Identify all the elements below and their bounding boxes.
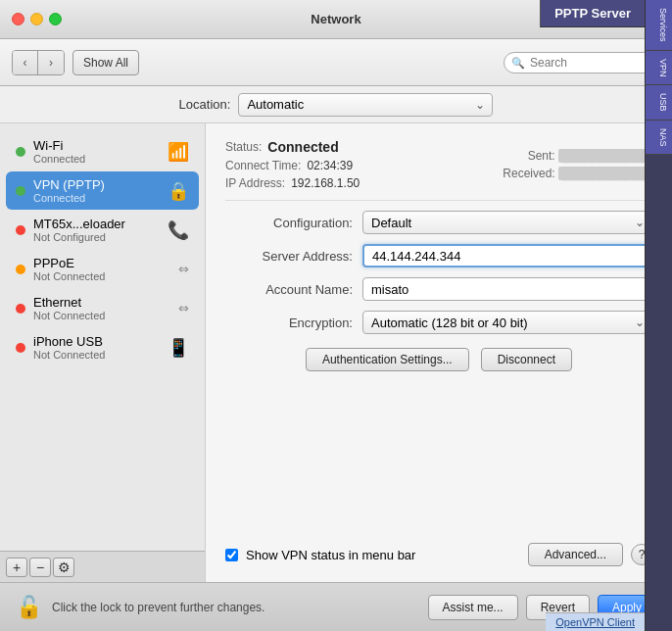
openvpn-client-link[interactable]: OpenVPN Client: [546, 612, 645, 631]
vpn-lock-icon: 🔒: [168, 180, 189, 202]
location-label: Location:: [179, 97, 231, 112]
received-value: ██████████: [558, 167, 652, 180]
pppoe-icon: ⇔: [178, 262, 189, 276]
toolbar: ‹ › Show All 🔍: [0, 39, 672, 86]
maximize-button[interactable]: [49, 13, 62, 25]
iphoneusb-status: Not Connected: [33, 349, 160, 361]
search-bar: 🔍: [504, 52, 660, 73]
ethernet-status: Not Connected: [33, 310, 170, 321]
sidebar-item-wifi[interactable]: Wi-Fi Connected 📶: [6, 132, 199, 170]
status-right: Sent: ██████████ Received: ██████████: [503, 149, 652, 180]
account-name-input-wrap: [362, 277, 652, 301]
account-name-input[interactable]: [362, 277, 652, 301]
location-select[interactable]: Automatic: [238, 93, 493, 117]
sent-value: ██████████: [558, 149, 652, 163]
vpn-menubar-row: Show VPN status in menu bar Advanced... …: [225, 543, 652, 566]
server-address-label: Server Address:: [225, 249, 353, 264]
ip-label: IP Address:: [225, 176, 285, 190]
iphone-icon: 📱: [168, 337, 189, 359]
sidebar-item-mt65x[interactable]: MT65x...eloader Not Configured 📞: [6, 211, 199, 249]
window-controls: [12, 13, 62, 25]
encryption-select-wrap: Automatic (128 bit or 40 bit): [362, 311, 652, 334]
advanced-button[interactable]: Advanced...: [528, 543, 623, 566]
right-panel: Services VPN USB NAS: [645, 0, 672, 631]
search-input[interactable]: [504, 52, 660, 73]
status-value: Connected: [267, 139, 338, 155]
assist-button[interactable]: Assist me...: [428, 595, 518, 620]
vpn-status: Connected: [33, 192, 160, 204]
back-button[interactable]: ‹: [13, 50, 38, 75]
connect-time-value: 02:34:39: [307, 159, 353, 172]
lock-icon[interactable]: 🔓: [16, 595, 42, 620]
search-icon: 🔍: [511, 56, 525, 69]
connect-time-label: Connect Time:: [225, 159, 301, 172]
window-title: Network: [311, 12, 360, 26]
remove-connection-button[interactable]: −: [29, 558, 51, 577]
show-vpn-label: Show VPN status in menu bar: [246, 548, 415, 562]
account-name-label: Account Name:: [225, 282, 353, 297]
lock-hint-text: Click the lock to prevent further change…: [52, 601, 418, 614]
location-select-wrap: Automatic: [238, 93, 493, 117]
main-content: Wi-Fi Connected 📶 VPN (PPTP) Connected 🔒…: [0, 123, 672, 582]
disconnect-button[interactable]: Disconnect: [481, 348, 572, 371]
vpn-name: VPN (PPTP): [33, 177, 160, 192]
server-address-input[interactable]: [362, 244, 652, 267]
status-section: Status: Connected Connect Time: 02:34:39…: [225, 139, 652, 201]
pppoe-status: Not Connected: [33, 270, 170, 282]
pptp-server-header: PPTP Server: [540, 0, 645, 27]
sidebar-item-ethernet[interactable]: Ethernet Not Connected ⇔: [6, 289, 199, 327]
minimize-button[interactable]: [30, 13, 43, 25]
wifi-status: Connected: [33, 153, 160, 165]
ethernet-icon: ⇔: [178, 301, 189, 316]
auth-settings-button[interactable]: Authentication Settings...: [306, 348, 469, 371]
configuration-row: Configuration: Default: [225, 211, 652, 234]
status-dot-mt65x: [16, 225, 25, 235]
encryption-select[interactable]: Automatic (128 bit or 40 bit): [362, 311, 652, 334]
status-dot-pppoe: [16, 265, 25, 274]
ip-value: 192.168.1.50: [291, 176, 360, 190]
configuration-select-wrap: Default: [362, 211, 652, 234]
sidebar-item-pppoe[interactable]: PPPoE Not Connected ⇔: [6, 250, 199, 288]
show-vpn-checkbox[interactable]: [225, 549, 238, 561]
nav-buttons: ‹ ›: [12, 50, 65, 75]
wifi-name: Wi-Fi: [33, 138, 160, 153]
mt65x-status: Not Configured: [33, 231, 160, 243]
sidebar-toolbar: + − ⚙: [0, 551, 205, 582]
configuration-select[interactable]: Default: [362, 211, 652, 234]
status-dot-wifi: [16, 147, 25, 157]
nas-tab[interactable]: NAS: [646, 121, 672, 156]
server-address-row: Server Address:: [225, 244, 652, 267]
sidebar-item-vpn[interactable]: VPN (PPTP) Connected 🔒: [6, 171, 199, 210]
forward-button[interactable]: ›: [38, 50, 64, 75]
wifi-icon: 📶: [168, 141, 189, 163]
mt65x-icon: 📞: [168, 219, 189, 241]
ethernet-name: Ethernet: [33, 295, 170, 310]
action-buttons-row: Authentication Settings... Disconnect: [225, 348, 652, 371]
pppoe-name: PPPoE: [33, 256, 170, 270]
status-left: Status: Connected Connect Time: 02:34:39…: [225, 139, 360, 190]
vpn-tab[interactable]: VPN: [646, 51, 672, 86]
encryption-row: Encryption: Automatic (128 bit or 40 bit…: [225, 311, 652, 334]
server-address-input-wrap: [362, 244, 652, 267]
status-dot-iphoneusb: [16, 343, 25, 353]
detail-panel: Status: Connected Connect Time: 02:34:39…: [206, 123, 672, 582]
sidebar-list: Wi-Fi Connected 📶 VPN (PPTP) Connected 🔒…: [0, 123, 205, 551]
add-connection-button[interactable]: +: [6, 558, 27, 577]
close-button[interactable]: [12, 13, 24, 25]
account-name-row: Account Name:: [225, 277, 652, 301]
show-all-button[interactable]: Show All: [72, 50, 139, 75]
received-label: Received:: [503, 167, 554, 180]
services-tab[interactable]: Services: [646, 0, 672, 51]
location-bar: Location: Automatic: [0, 86, 672, 123]
encryption-label: Encryption:: [225, 316, 353, 330]
sent-label: Sent:: [528, 149, 555, 163]
sidebar-item-iphoneusb[interactable]: iPhone USB Not Connected 📱: [6, 328, 199, 366]
status-dot-vpn: [16, 186, 25, 196]
configuration-label: Configuration:: [225, 216, 353, 230]
settings-gear-button[interactable]: ⚙: [53, 558, 74, 577]
iphoneusb-name: iPhone USB: [33, 334, 160, 349]
mt65x-name: MT65x...eloader: [33, 217, 160, 231]
status-label: Status:: [225, 140, 262, 154]
usb-tab[interactable]: USB: [646, 85, 672, 121]
sidebar: Wi-Fi Connected 📶 VPN (PPTP) Connected 🔒…: [0, 123, 206, 582]
